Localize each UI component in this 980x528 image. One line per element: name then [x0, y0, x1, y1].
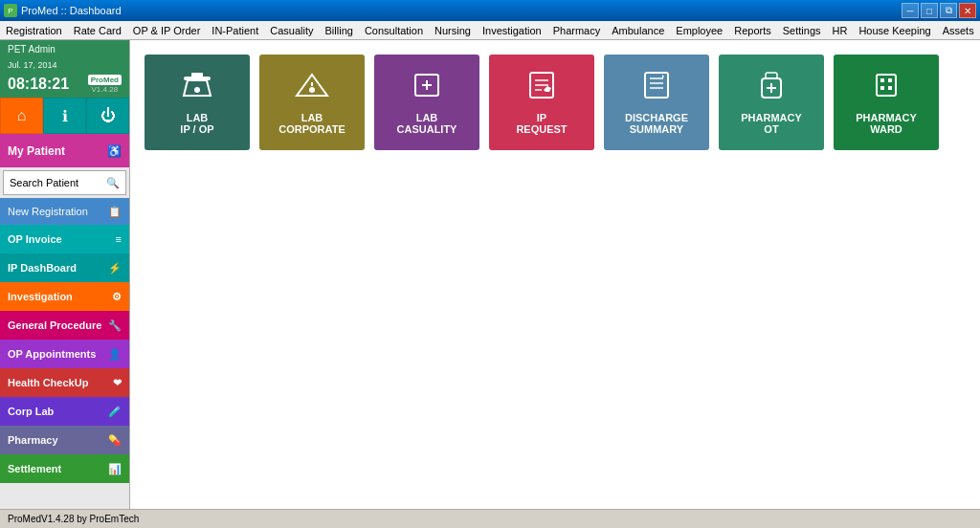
settlement-icon: 📊 [108, 463, 122, 475]
menu-house-keeping[interactable]: House Keeping [857, 25, 932, 36]
tile-pharmacy-ot-label: PHARMACYOT [741, 112, 802, 135]
maximize-button[interactable]: ⧉ [940, 3, 957, 18]
status-text: ProMedV1.4.28 by ProEmTech [8, 514, 139, 524]
sidebar-item-ip-dashboard[interactable]: IP DashBoard ⚡ [0, 253, 129, 282]
menu-billing[interactable]: Billing [323, 25, 355, 36]
tile-discharge-summary[interactable]: DISCHARGESUMMARY [604, 55, 709, 150]
sidebar-item-investigation[interactable]: Investigation ⚙ [0, 282, 129, 311]
search-icon: 🔍 [106, 177, 120, 189]
info-button[interactable]: ℹ [43, 98, 86, 134]
sidebar-item-corp-lab[interactable]: Corp Lab 🧪 [0, 397, 129, 426]
tile-lab-corporate[interactable]: LABCORPORATE [259, 55, 365, 150]
menu-in-patient[interactable]: IN-Patient [210, 25, 260, 36]
corp-lab-icon: 🧪 [108, 406, 122, 418]
tile-ip-request[interactable]: IPREQUEST [489, 55, 594, 150]
menu-pharmacy[interactable]: Pharmacy [551, 25, 603, 36]
sidebar-item-settlement[interactable]: Settlement 📊 [0, 454, 129, 483]
op-invoice-label: OP Invoice [8, 233, 62, 245]
general-procedure-icon: 🔧 [108, 319, 122, 332]
restore-button[interactable]: □ [921, 3, 938, 18]
tile-pharmacy-ward-label: PHARMACYWARD [856, 112, 917, 135]
status-bar: ProMedV1.4.28 by ProEmTech [0, 509, 980, 528]
app-icon: P [4, 4, 17, 17]
svg-rect-24 [880, 86, 884, 90]
op-appointments-label: OP Appointments [8, 348, 96, 360]
svg-rect-1 [191, 73, 203, 78]
sidebar-item-health-checkup[interactable]: Health CheckUp ❤ [0, 368, 129, 397]
menu-casuality[interactable]: Casuality [268, 25, 315, 36]
my-patient-button[interactable]: My Patient ♿ [0, 134, 129, 167]
svg-rect-23 [888, 78, 892, 82]
pharmacy-ot-icon [752, 71, 791, 104]
pharmacy-icon: 💊 [108, 434, 122, 447]
svg-rect-13 [645, 73, 668, 98]
new-reg-label: New Registration [8, 206, 88, 217]
user-date: Jul. 17, 2014 [8, 60, 122, 70]
home-button[interactable]: ⌂ [0, 98, 43, 134]
menu-investigation[interactable]: Investigation [480, 25, 544, 36]
menu-consultation[interactable]: Consultation [363, 25, 425, 36]
svg-point-4 [309, 87, 315, 93]
window-title: ProMed :: Dashboard [21, 5, 122, 16]
sidebar-item-op-appointments[interactable]: OP Appointments 👤 [0, 340, 129, 368]
user-time: 08:18:21 [8, 76, 69, 93]
version-label: V1.4.28 [92, 85, 119, 94]
svg-rect-25 [888, 86, 892, 90]
menu-ambulance[interactable]: Ambulance [610, 25, 666, 36]
tile-pharmacy-ward[interactable]: PHARMACYWARD [834, 55, 939, 150]
title-bar: P ProMed :: Dashboard ─ □ ⧉ ✕ [0, 0, 980, 21]
sidebar-item-op-invoice[interactable]: OP Invoice ≡ [0, 225, 129, 253]
tile-lab-ip-op[interactable]: LABIP / OP [145, 55, 250, 150]
title-bar-left: P ProMed :: Dashboard [4, 4, 122, 17]
menu-assets[interactable]: Assets [941, 25, 976, 36]
menu-hr[interactable]: HR [831, 25, 850, 36]
search-patient-button[interactable]: Search Patient 🔍 [3, 170, 126, 195]
lab-corp-icon [293, 71, 331, 104]
menu-settings[interactable]: Settings [781, 25, 823, 36]
svg-rect-22 [880, 78, 884, 82]
power-button[interactable]: ⏻ [86, 98, 129, 134]
op-appointments-icon: 👤 [108, 348, 122, 361]
menu-rate-card[interactable]: Rate Card [72, 25, 123, 36]
tile-pharmacy-ot[interactable]: PHARMACYOT [719, 55, 824, 150]
menu-employee[interactable]: Employee [674, 25, 724, 36]
discharge-icon [637, 71, 676, 104]
minimize-button[interactable]: ─ [902, 3, 919, 18]
sidebar-item-pharmacy[interactable]: Pharmacy 💊 [0, 426, 129, 454]
health-checkup-label: Health CheckUp [8, 377, 88, 388]
tile-lab-casuality[interactable]: LABCASUALITY [374, 55, 479, 150]
investigation-icon: ⚙ [112, 291, 122, 303]
menu-registration[interactable]: Registration [4, 25, 64, 36]
dashboard-grid: LABIP / OP LABCORPORATE [145, 55, 966, 150]
search-patient-label: Search Patient [10, 177, 78, 188]
patient-icon: ♿ [107, 144, 122, 158]
ip-req-icon [523, 71, 561, 104]
svg-point-2 [194, 87, 200, 93]
health-checkup-icon: ❤ [113, 377, 122, 389]
ip-dashboard-label: IP DashBoard [8, 262, 77, 274]
tile-ip-request-label: IPREQUEST [516, 112, 567, 135]
menu-reports[interactable]: Reports [732, 25, 773, 36]
close-button[interactable]: ✕ [959, 3, 976, 18]
sidebar-item-general-procedure[interactable]: General Procedure 🔧 [0, 311, 129, 340]
icon-buttons-row: ⌂ ℹ ⏻ [0, 98, 129, 134]
menu-bar: Registration Rate Card OP & IP Order IN-… [0, 21, 980, 40]
main-layout: PET Admin Jul. 17, 2014 08:18:21 ProMed … [0, 40, 980, 509]
ip-dashboard-icon: ⚡ [108, 262, 122, 275]
settlement-label: Settlement [8, 463, 61, 474]
tile-lab-corporate-label: LABCORPORATE [278, 112, 345, 135]
tile-lab-ip-op-label: LABIP / OP [180, 112, 213, 135]
pharmacy-ward-icon [867, 71, 905, 104]
svg-rect-21 [877, 75, 896, 96]
lab-ip-icon [178, 71, 216, 104]
my-patient-label: My Patient [8, 144, 65, 158]
menu-op-ip-order[interactable]: OP & IP Order [131, 25, 203, 36]
new-registration-button[interactable]: New Registration 📋 [0, 198, 129, 225]
reg-icon: 📋 [108, 206, 122, 218]
pharmacy-label: Pharmacy [8, 434, 58, 446]
content-area: LABIP / OP LABCORPORATE [130, 40, 980, 509]
op-invoice-icon: ≡ [116, 233, 122, 245]
menu-nursing[interactable]: Nursing [433, 25, 473, 36]
window-controls[interactable]: ─ □ ⧉ ✕ [902, 3, 976, 18]
tile-discharge-summary-label: DISCHARGESUMMARY [625, 112, 688, 135]
